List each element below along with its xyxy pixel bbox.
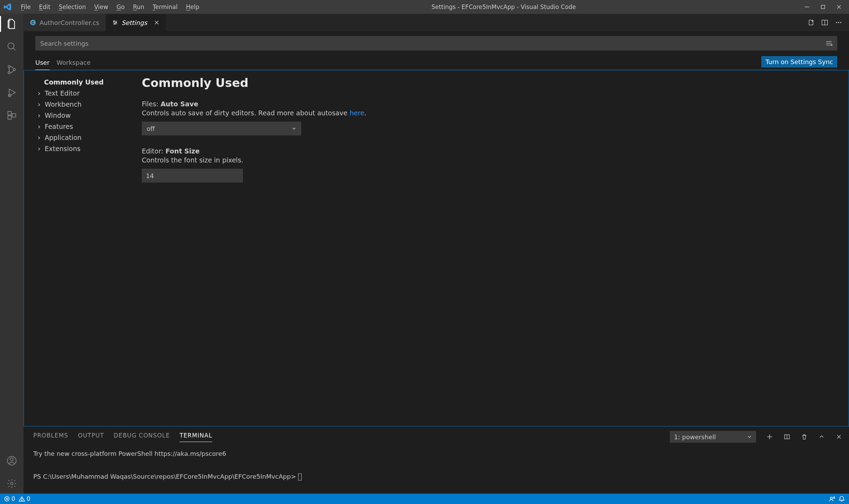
scope-user-tab[interactable]: User [35, 58, 50, 70]
panel-terminal-tab[interactable]: TERMINAL [180, 432, 212, 442]
menu-help[interactable]: Help [182, 3, 203, 10]
terminal-cursor [298, 474, 302, 480]
menu-terminal[interactable]: Terminal [148, 3, 182, 10]
panel-debug-console-tab[interactable]: DEBUG CONSOLE [114, 432, 170, 442]
panel: PROBLEMS OUTPUT DEBUG CONSOLE TERMINAL 1… [24, 426, 849, 494]
more-actions-icon[interactable] [835, 19, 842, 26]
terminal-select-value: 1: powershell [674, 433, 716, 441]
split-editor-icon[interactable] [821, 19, 828, 26]
activity-explorer-icon[interactable] [6, 18, 18, 30]
activity-source-control-icon[interactable] [6, 64, 18, 76]
setting-title: Editor: Font Size [142, 147, 454, 155]
window-title: Settings - EFCore5InMvcApp - Visual Stud… [203, 3, 804, 10]
menu-view[interactable]: View [90, 3, 112, 10]
window-close-icon[interactable] [836, 4, 842, 10]
settings-list: Commonly Used Files: Auto Save Controls … [135, 70, 849, 426]
svg-point-23 [115, 22, 116, 23]
chevron-right-icon: › [38, 134, 43, 141]
settings-search[interactable] [35, 36, 837, 51]
chevron-down-icon [292, 126, 296, 131]
status-bell-icon[interactable] [839, 496, 845, 502]
settings-search-input[interactable] [40, 40, 825, 47]
close-tab-icon[interactable] [154, 20, 159, 25]
svg-point-15 [10, 458, 14, 461]
menu-file[interactable]: File [17, 3, 35, 10]
activity-search-icon[interactable] [6, 41, 18, 53]
svg-rect-12 [8, 116, 11, 119]
settings-body: Commonly Used ›Text Editor ›Workbench ›W… [24, 70, 849, 426]
new-terminal-icon[interactable] [766, 433, 773, 441]
svg-point-30 [838, 22, 839, 23]
settings-section-heading: Commonly Used [142, 76, 842, 90]
font-size-input[interactable] [142, 169, 243, 183]
tree-workbench[interactable]: ›Workbench [36, 99, 131, 110]
status-warnings[interactable]: 0 [19, 495, 31, 502]
tree-commonly-used[interactable]: Commonly Used [36, 77, 131, 88]
tree-text-editor[interactable]: ›Text Editor [36, 88, 131, 99]
terminal-select[interactable]: 1: powershell [670, 431, 756, 443]
editor-tabs: C AuthorController.cs Settings [24, 14, 849, 31]
open-changes-icon[interactable] [807, 19, 814, 26]
settings-tab-icon [112, 19, 118, 26]
tab-label: AuthorController.cs [40, 19, 99, 26]
menu-run[interactable]: Run [129, 3, 149, 10]
filter-icon[interactable] [825, 41, 832, 46]
setting-description: Controls auto save of dirty editors. Rea… [142, 109, 454, 117]
chevron-down-icon [747, 434, 752, 439]
tree-application[interactable]: ›Application [36, 132, 131, 143]
svg-point-8 [13, 69, 15, 71]
chevron-right-icon: › [38, 123, 43, 130]
vscode-logo-icon [3, 2, 12, 12]
auto-save-select[interactable]: off [142, 122, 301, 135]
settings-header: User Workspace Turn on Settings Sync [24, 31, 849, 70]
svg-point-4 [8, 43, 14, 49]
svg-line-5 [13, 48, 15, 50]
chevron-right-icon: › [38, 145, 43, 152]
chevron-right-icon: › [38, 89, 43, 97]
activity-accounts-icon[interactable] [6, 455, 18, 467]
svg-rect-13 [12, 114, 16, 117]
chevron-right-icon: › [38, 100, 43, 108]
chevron-up-icon[interactable] [818, 433, 825, 441]
settings-tree: Commonly Used ›Text Editor ›Workbench ›W… [24, 70, 135, 426]
svg-point-49 [830, 497, 832, 499]
tab-settings[interactable]: Settings [106, 14, 166, 31]
svg-point-22 [113, 21, 114, 22]
split-terminal-icon[interactable] [783, 433, 791, 441]
autosave-doc-link[interactable]: here [349, 109, 364, 117]
setting-files-auto-save: Files: Auto Save Controls auto save of d… [142, 100, 454, 135]
menu-edit[interactable]: Edit [35, 3, 54, 10]
status-errors[interactable]: 0 [4, 495, 15, 502]
svg-point-29 [836, 22, 837, 23]
settings-sync-button[interactable]: Turn on Settings Sync [761, 56, 837, 68]
tree-extensions[interactable]: ›Extensions [36, 143, 131, 154]
tree-features[interactable]: ›Features [36, 121, 131, 132]
panel-problems-tab[interactable]: PROBLEMS [33, 432, 68, 442]
tab-author-controller[interactable]: C AuthorController.cs [24, 14, 106, 31]
activity-bar [0, 14, 24, 494]
tree-window[interactable]: ›Window [36, 110, 131, 121]
svg-point-7 [8, 72, 10, 74]
tab-label: Settings [122, 19, 147, 26]
activity-run-debug-icon[interactable] [6, 87, 18, 98]
svg-rect-1 [821, 5, 825, 9]
svg-point-16 [10, 482, 13, 485]
setting-description: Controls the font size in pixels. [142, 156, 454, 164]
close-panel-icon[interactable] [835, 433, 843, 441]
menu-selection[interactable]: Selection [54, 3, 90, 10]
window-maximize-icon[interactable] [820, 4, 826, 10]
svg-point-24 [114, 24, 115, 25]
status-bar: 0 0 [0, 494, 849, 504]
activity-settings-icon[interactable] [6, 478, 18, 489]
scope-workspace-tab[interactable]: Workspace [57, 58, 90, 70]
svg-point-48 [21, 500, 22, 501]
trash-icon[interactable] [800, 433, 808, 441]
terminal-output[interactable]: Try the new cross-platform PowerShell ht… [24, 443, 849, 488]
activity-extensions-icon[interactable] [6, 109, 18, 121]
status-feedback-icon[interactable] [829, 496, 835, 502]
window-minimize-icon[interactable] [804, 4, 810, 10]
menu-go[interactable]: Go [112, 3, 129, 10]
select-value: off [147, 125, 155, 132]
panel-output-tab[interactable]: OUTPUT [78, 432, 104, 442]
chevron-right-icon: › [38, 112, 43, 119]
